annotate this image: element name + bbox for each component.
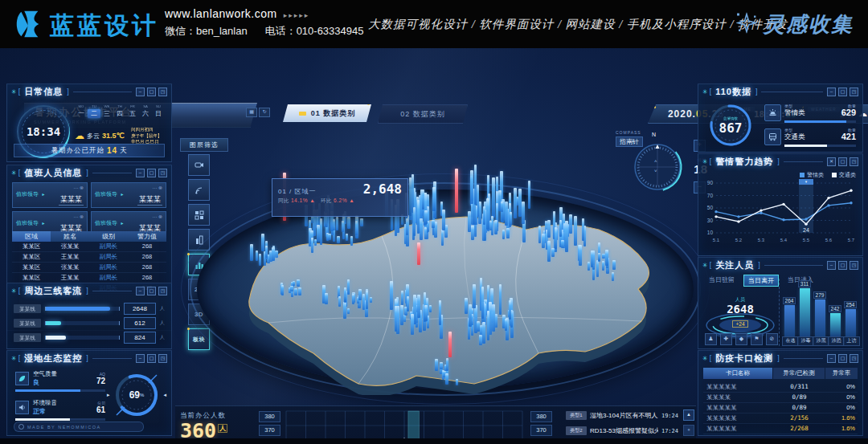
panel-title: 日常信息 [24,86,63,98]
duty-card[interactable]: 值班领导 ▸⋯ ⊗某某某 [12,182,88,208]
panel-110-data: ✳[110数据] –▢◳ 总警情数 867 类型 警情类 数量 629 类型 [698,84,863,153]
alert-item[interactable]: 类型2 RD13-53烟感报警疑似火灾 17:24 [566,425,678,437]
inspiration-brand-text: 灵感收集 [764,10,854,39]
focus-delta: +24 [732,320,747,328]
expand-icon[interactable]: ◳ [158,88,167,96]
petition-icon[interactable]: ⊘ [766,333,778,345]
svg-text:5.6: 5.6 [825,238,833,242]
terror-icon[interactable]: ⚑ [751,333,763,345]
caret-up-icon[interactable]: ˄ [654,159,657,164]
checkpoint-table-header: 卡口名称 异常/已检测 异常率 [703,368,858,379]
temperature: 31.5℃ [102,132,125,140]
speaker-icon [15,401,29,414]
minimize-icon[interactable]: – [136,88,145,96]
trend-line-chart: 9070503010▾245.15.25.35.45.55.65.7 [703,178,858,254]
weekday-active: 二 [88,109,100,118]
svg-text:50: 50 [707,205,714,210]
tab-data-category-1[interactable]: 01 数据类别 [283,104,371,122]
table-row: 某某区张某某副局长268 [12,242,166,252]
focus-category-icons: ♟ ✚ ◆ ⚑ ⊘ [705,333,778,345]
panel-checkpoint: ✳[防疫卡口检测] –▢◳ 卡口名称 异常/已检测 异常率 某某某某某0/311… [698,350,863,436]
air-quality-metric: 空气质量 良 AQ 72 [15,370,105,392]
svg-text:5.1: 5.1 [713,238,720,242]
caret-down-icon[interactable]: ˅ [654,169,657,173]
clock-time: 18:34 [27,125,60,138]
map-tooltip: 01 / 区域一 2,648 同比14.1% ▲ 环比6.2% ▲ [272,178,408,217]
phone-label: 电话：010-63334945 [265,25,364,37]
panel-daily-info: ✳[日常信息] –▢◳ 18:34 MOTUWETHFRSASU 一 二 三 四… [6,84,172,162]
runner-icon[interactable]: ♟ [705,333,717,345]
layer-camera-button[interactable] [188,154,210,176]
svg-text:5.3: 5.3 [758,238,765,242]
alert-item[interactable]: 类型1 湿地3-104片区有不明人员闯入 19:24 [566,409,678,422]
table-row: 某某某某某0/3110% [703,381,858,393]
focus-bar-chart: 264 311 279 242 254 在逃 涉毒 涉黑 涉恐 上访 [779,279,858,346]
eco-gauge: 69% ▸ ◂ [113,372,160,418]
svg-text:30: 30 [707,218,714,223]
weekday: 一 [75,109,88,118]
alarm-type-row: 类型 警情类 数量 629 [764,104,856,124]
svg-text:5.7: 5.7 [848,238,855,242]
noise-metric: 环境噪音 正常 分贝 61 [15,399,105,421]
table-row: 某某区王某某副局长268 [12,252,166,263]
tab-left-today[interactable]: 当日离开 [743,275,779,287]
compass-widget: COMPASS 指南针 N ˄ ˅ + 级别 18 − [614,130,707,206]
panel-passenger-flow: ✳[周边三线客流] –▢◳ 某某线 2648人 某某线 612人 某某线 824… [6,283,172,349]
lanlan-logo-icon [13,9,43,43]
summer-notice: 暑期办公已开始14天 [14,144,165,157]
focus-count: 2648 [703,303,777,315]
svg-text:24: 24 [803,227,809,233]
tooltip-region: 01 / 区域一 [278,187,317,196]
tooltip-value: 2,648 [363,181,402,197]
compass-north: N [652,132,656,137]
eco-gauge-value: 69 [129,389,140,401]
table-row: 某某某某某0/890% [703,402,858,413]
wechat-label: 微信：ben_lanlan [165,25,248,37]
alarm-light-icon [764,104,781,121]
tab-data-category-2[interactable]: 02 数据类别 [378,104,468,124]
website-link[interactable]: www.lanlanwork.com▸▸▸▸▸ [165,7,381,20]
svg-text:70: 70 [707,193,714,198]
flow-bar-row: 某某线 2648人 [14,303,165,314]
flow-bar-row: 某某线 824人 [14,332,165,343]
titlebar-chip-icon[interactable]: ▦ [246,108,257,117]
svg-text:5.5: 5.5 [803,238,810,242]
table-row: 某某某某某2/1561.6% [703,413,858,424]
lanlan-logo-text: 蓝蓝设计 [50,10,159,43]
scroll-dot-icon: ● [683,425,694,436]
dashboard: 暑期办公协作平台 SUMMER WORKING PLATFORM ▦ ↻ 01 … [0,48,868,444]
table-row: 某某区张某某副局长268 [12,263,166,273]
gauge-right-pointer: ◂ [163,392,166,398]
gauge-left-pointer: ▸ [107,392,110,398]
svg-text:5.4: 5.4 [780,238,788,242]
leaf-icon [15,372,29,385]
panel-eco-monitor: ✳[湿地生态监控] –▢◳ 空气质量 良 AQ 72 [6,350,172,436]
svg-text:10: 10 [707,230,714,235]
made-by-watermark: MADE BY NEHOMMICOA [14,422,144,432]
duty-card[interactable]: 值班领导 ▸⋯ ⊗某某某 [91,182,166,208]
gauge-label: 总警情数 [723,116,738,120]
scroll-up-icon[interactable]: ▲ [683,409,694,421]
gauge-value: 867 [719,120,743,136]
svg-text:90: 90 [707,180,714,185]
province-map[interactable] [201,194,683,395]
flow-bar-row: 某某线 612人 [14,317,165,328]
titlebar-refresh-icon[interactable]: ↻ [259,108,270,117]
window-icon[interactable]: ▢ [147,88,156,96]
gang-icon[interactable]: ◆ [735,333,747,345]
svg-text:5.2: 5.2 [735,238,743,242]
inspiration-brand: 灵感收集 [736,10,854,39]
duty-table-header: 区域姓名级别警力值 [12,231,166,242]
panel-focus-people: ✳[关注人员] –▢◳ 当日驻留 当日离开 当日进入 人员 2648 +24 ♟… [698,257,863,349]
contact-info: 微信：ben_lanlan电话：010-63334945 [165,24,381,39]
services-list: 大数据可视化设计 / 软件界面设计 / 网站建设 / 手机及小程序设计 / 软件… [368,17,788,32]
week-calendar: MOTUWETHFRSASU 一 二 三 四 五 六 日 [75,104,165,118]
weather-icon: ☁ [75,130,84,141]
bus-icon [764,128,781,145]
tab-stay-today[interactable]: 当日驻留 [705,275,739,287]
drug-icon[interactable]: ✚ [720,333,732,345]
tooltip-rates: 同比14.1% ▲ 环比6.2% ▲ [278,198,402,205]
traffic-type-row: 类型 交通类 数量 421 [764,128,856,149]
layer-filter-title: 图层筛选 [180,138,228,152]
sparkle-star-icon [736,12,757,36]
